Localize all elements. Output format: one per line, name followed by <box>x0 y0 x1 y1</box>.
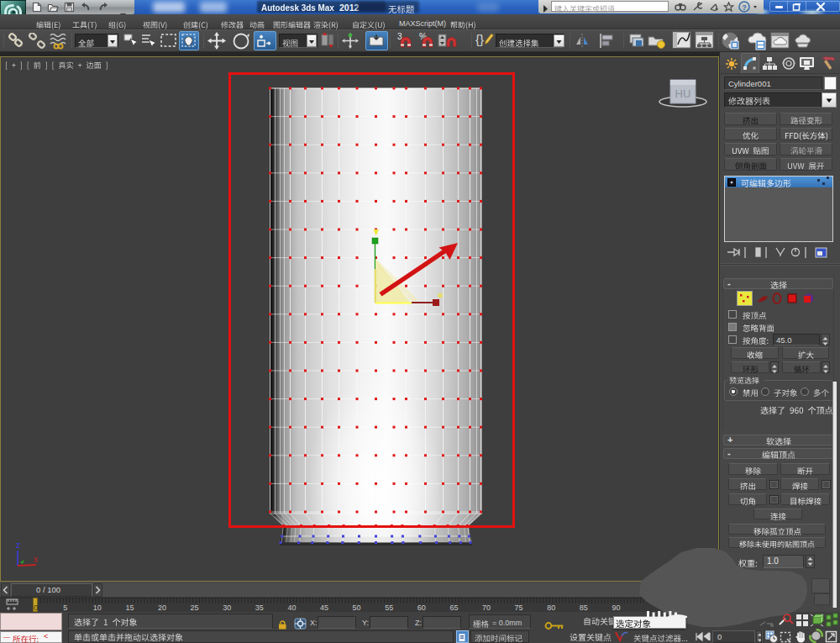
svg-text:x: x <box>34 555 38 564</box>
svg-text:?: ? <box>742 3 747 12</box>
svg-text:z: z <box>16 540 20 550</box>
svg-text:{}: {} <box>475 32 484 46</box>
